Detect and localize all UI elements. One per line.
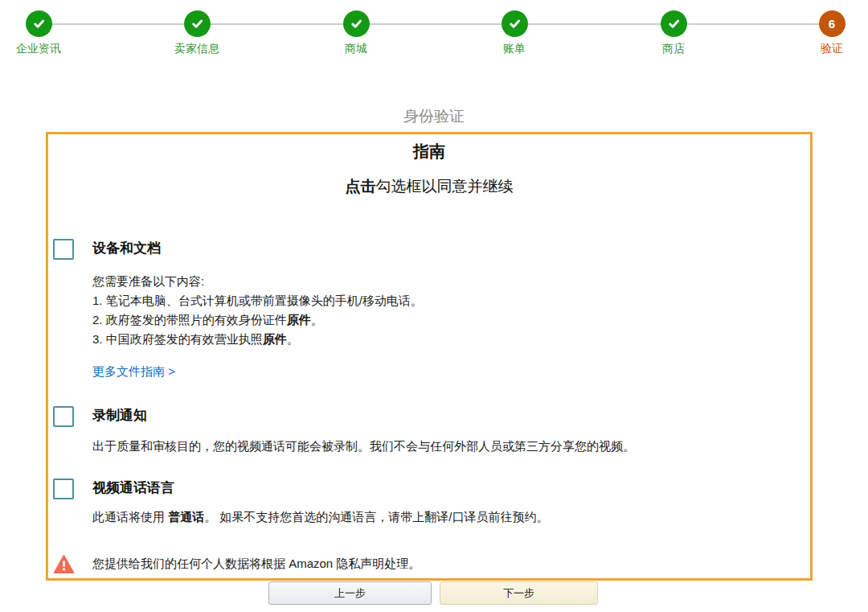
next-step-button[interactable]: 下一步 bbox=[440, 581, 598, 605]
privacy-warning-text: 您提供给我们的任何个人数据将根据 Amazon 隐私声明处理。 bbox=[92, 557, 420, 572]
step-complete-icon bbox=[184, 10, 211, 37]
step-billing[interactable]: 账单 bbox=[458, 10, 571, 56]
step-complete-icon bbox=[26, 10, 52, 37]
devices-item-1: 1. 笔记本电脑、台式计算机或带前置摄像头的手机/移动电话。 bbox=[92, 291, 804, 310]
step-label: 商店 bbox=[617, 42, 730, 56]
section-body: 录制通知 出于质量和审核目的，您的视频通话可能会被录制。我们不会与任何外部人员或… bbox=[92, 406, 804, 456]
check-icon bbox=[507, 16, 522, 31]
step-complete-icon bbox=[661, 10, 687, 37]
section-body: 视频通话语言 此通话将使用 普通话。 如果不支持您首选的沟通语言，请带上翻译/口… bbox=[92, 479, 804, 527]
instruction-bold-part: 点击 bbox=[346, 178, 376, 195]
devices-intro: 您需要准备以下内容: bbox=[92, 272, 804, 291]
section-video-call-language: 视频通话语言 此通话将使用 普通话。 如果不支持您首选的沟通语言，请带上翻译/口… bbox=[53, 479, 804, 527]
step-label: 企业资讯 bbox=[0, 42, 95, 56]
step-store[interactable]: 商店 bbox=[617, 10, 730, 56]
video-call-language-checkbox[interactable] bbox=[53, 479, 74, 499]
step-label: 验证 bbox=[776, 42, 868, 56]
instruction-rest: 勾选框以同意并继续 bbox=[376, 178, 514, 195]
step-current-icon: 6 bbox=[819, 10, 845, 37]
identity-verification-page: 企业资讯 卖家信息 商城 账单 商店 bbox=[0, 0, 868, 612]
check-icon bbox=[666, 16, 682, 31]
registration-stepper: 企业资讯 卖家信息 商城 账单 商店 bbox=[0, 0, 868, 64]
page-title: 身份验证 bbox=[0, 106, 868, 127]
devices-documents-heading: 设备和文档 bbox=[92, 239, 804, 258]
section-recording-notice: 录制通知 出于质量和审核目的，您的视频通话可能会被录制。我们不会与任何外部人员或… bbox=[53, 406, 804, 456]
section-devices-documents: 设备和文档 您需要准备以下内容: 1. 笔记本电脑、台式计算机或带前置摄像头的手… bbox=[53, 239, 804, 380]
step-label: 账单 bbox=[458, 42, 571, 56]
recording-notice-text: 出于质量和审核目的，您的视频通话可能会被录制。我们不会与任何外部人员或第三方分享… bbox=[92, 437, 804, 456]
step-business-info[interactable]: 企业资讯 bbox=[0, 10, 95, 56]
step-seller-info[interactable]: 卖家信息 bbox=[141, 10, 253, 56]
privacy-warning-row: 您提供给我们的任何个人数据将根据 Amazon 隐私声明处理。 bbox=[53, 553, 804, 575]
section-body: 设备和文档 您需要准备以下内容: 1. 笔记本电脑、台式计算机或带前置摄像头的手… bbox=[92, 239, 804, 380]
step-label: 卖家信息 bbox=[141, 42, 253, 56]
step-label: 商城 bbox=[300, 42, 412, 56]
guide-box: 指南 点击勾选框以同意并继续 设备和文档 您需要准备以下内容: 1. 笔记本电脑… bbox=[46, 132, 813, 581]
video-call-language-text: 此通话将使用 普通话。 如果不支持您首选的沟通语言，请带上翻译/口译员前往预约。 bbox=[92, 507, 804, 527]
devices-documents-text: 您需要准备以下内容: 1. 笔记本电脑、台式计算机或带前置摄像头的手机/移动电话… bbox=[92, 272, 804, 349]
step-complete-icon bbox=[343, 10, 370, 37]
recording-notice-heading: 录制通知 bbox=[92, 406, 804, 425]
video-call-language-heading: 视频通话语言 bbox=[92, 479, 804, 498]
more-document-guide-link[interactable]: 更多文件指南 > bbox=[92, 364, 175, 380]
check-icon bbox=[31, 16, 47, 31]
warning-triangle-icon bbox=[53, 553, 75, 575]
guide-title: 指南 bbox=[48, 141, 810, 162]
guide-instruction: 点击勾选框以同意并继续 bbox=[48, 176, 810, 197]
devices-item-3: 3. 中国政府签发的有效营业执照原件。 bbox=[92, 330, 804, 349]
check-icon bbox=[349, 16, 364, 31]
step-number: 6 bbox=[829, 17, 835, 31]
recording-notice-checkbox[interactable] bbox=[53, 406, 74, 427]
step-complete-icon bbox=[502, 10, 528, 37]
devices-documents-checkbox[interactable] bbox=[53, 239, 74, 260]
check-icon bbox=[190, 16, 205, 31]
devices-item-2: 2. 政府签发的带照片的有效身份证件原件。 bbox=[92, 310, 804, 330]
step-verification[interactable]: 6 验证 bbox=[776, 10, 868, 56]
step-marketplace[interactable]: 商城 bbox=[300, 10, 412, 56]
previous-step-button[interactable]: 上一步 bbox=[268, 581, 432, 605]
